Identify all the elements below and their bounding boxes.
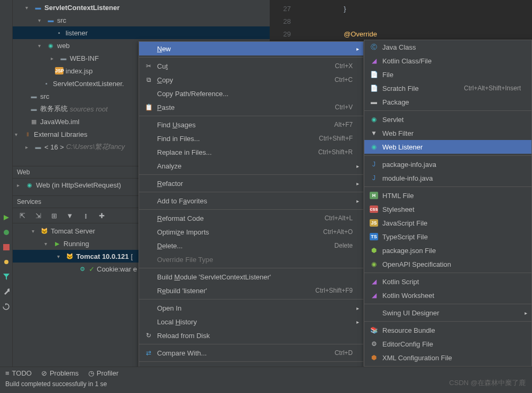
add-icon[interactable]: ✚: [96, 210, 107, 221]
new-kscript[interactable]: ◢Kotlin Script: [364, 275, 531, 288]
npm-icon: ⬢: [369, 247, 379, 254]
line-number: 28: [270, 17, 301, 25]
menu-copy[interactable]: ⧉CopyCtrl+C: [139, 73, 363, 87]
tree-folder-src[interactable]: ▾▬src: [13, 14, 270, 26]
new-servlet[interactable]: ◉Servlet: [364, 113, 531, 126]
new-java-class[interactable]: ⒸJava Class: [364, 40, 531, 54]
new-weblistener[interactable]: ◉Web Listener: [364, 140, 531, 154]
kotlin-icon: ◢: [369, 292, 379, 299]
menu-new[interactable]: New▸: [139, 42, 363, 55]
listener-icon: ◉: [369, 143, 379, 151]
problems-icon: ⊘: [41, 369, 47, 377]
new-modinfo[interactable]: Jmodule-info.java: [364, 171, 531, 185]
menu-find-files[interactable]: Find in Files...Ctrl+Shift+F: [139, 132, 363, 145]
new-kworksheet[interactable]: ◢Kotlin Worksheet: [364, 288, 531, 302]
tree-icon[interactable]: ⊞: [49, 210, 59, 221]
tab-profiler[interactable]: ◷Profiler: [88, 369, 118, 377]
menu-reload[interactable]: ↻Reload from Disk: [139, 329, 363, 342]
tab-todo[interactable]: ≡TODO: [5, 369, 32, 377]
new-js[interactable]: JSJavaScript File: [364, 216, 531, 230]
layout-icon[interactable]: ⫿: [80, 210, 91, 221]
menu-local-history[interactable]: Local History▸: [139, 315, 363, 329]
menu-open-in[interactable]: Open In▸: [139, 301, 363, 315]
menu-analyze[interactable]: Analyze▸: [139, 159, 363, 173]
menu-build-module[interactable]: Build Module 'ServletContextListener': [139, 270, 363, 284]
menu-override-ft: Override File Type: [139, 252, 363, 266]
css-icon: css: [369, 205, 379, 213]
paste-icon: 📋: [143, 104, 154, 111]
profiler-icon: ◷: [88, 369, 94, 377]
line-number: 27: [270, 5, 301, 13]
js-icon: JS: [369, 219, 379, 227]
menu-cut[interactable]: ✂CutCtrl+X: [139, 59, 363, 73]
package-icon: ▬: [369, 98, 379, 106]
collapse-icon[interactable]: ⇲: [33, 210, 43, 221]
filter-icon[interactable]: [3, 273, 10, 280]
new-package[interactable]: ▬Package: [364, 95, 531, 109]
left-gutter: [0, 0, 13, 393]
menu-delete[interactable]: Delete...Delete: [139, 239, 363, 252]
new-resbundle[interactable]: 📚Resource Bundle: [364, 323, 531, 337]
tree-module[interactable]: ▾▬ServletContextListener: [13, 1, 270, 14]
dot-icon[interactable]: [3, 258, 10, 266]
new-xmlconfig[interactable]: ⬢XML Configuration File: [364, 351, 531, 364]
new-file[interactable]: 📄File: [364, 68, 531, 81]
scratch-icon: 📄: [369, 85, 379, 92]
new-pkginfo[interactable]: Jpackage-info.java: [364, 157, 531, 171]
new-submenu: ⒸJava Class ◢Kotlin Class/File 📄File 📄Sc…: [364, 40, 532, 393]
file-icon: 📄: [369, 71, 379, 78]
new-webfilter[interactable]: ▼Web Filter: [364, 126, 531, 140]
menu-refactor[interactable]: Refactor▸: [139, 176, 363, 190]
menu-paste[interactable]: 📋PasteCtrl+V: [139, 100, 363, 114]
java-icon: J: [369, 174, 379, 182]
context-menu: New▸ ✂CutCtrl+X ⧉CopyCtrl+C Copy Path/Re…: [139, 41, 364, 393]
svg-point-0: [4, 230, 9, 235]
wrench-icon[interactable]: [3, 288, 10, 295]
stop-icon[interactable]: [3, 244, 10, 251]
menu-copy-path[interactable]: Copy Path/Reference...: [139, 87, 363, 100]
rerun-icon[interactable]: [3, 214, 10, 221]
new-kotlin-class[interactable]: ◢Kotlin Class/File: [364, 54, 531, 68]
svg-rect-1: [3, 244, 10, 250]
tab-problems[interactable]: ⊘Problems: [41, 369, 79, 377]
class-icon: Ⓒ: [369, 43, 379, 52]
kotlin-icon: ◢: [369, 278, 379, 285]
new-editorconfig[interactable]: ⚙EditorConfig File: [364, 337, 531, 351]
todo-icon: ≡: [5, 369, 10, 377]
scissors-icon: ✂: [143, 62, 154, 70]
java-icon: J: [369, 161, 379, 168]
filter-icon[interactable]: ▼: [65, 210, 75, 221]
reload-icon: ↻: [143, 332, 154, 339]
bundle-icon: 📚: [369, 326, 379, 334]
compare-icon: ⇄: [143, 349, 154, 357]
copy-icon: ⧉: [143, 76, 154, 83]
menu-replace-files[interactable]: Replace in Files...Ctrl+Shift+R: [139, 145, 363, 159]
new-pkgjson[interactable]: ⬢package.json File: [364, 244, 531, 257]
new-html[interactable]: HHTML File: [364, 189, 531, 202]
html-icon: H: [369, 192, 379, 199]
watermark: CSDN @在森林中糜了鹿: [449, 378, 526, 388]
menu-rebuild[interactable]: Rebuild 'listener'Ctrl+Shift+F9: [139, 284, 363, 297]
new-openapi[interactable]: ◉OpenAPI Specification: [364, 257, 531, 271]
gear-icon: ⚙: [369, 340, 379, 348]
kotlin-icon: ◢: [369, 57, 379, 64]
code-text: }: [301, 5, 346, 13]
svg-point-2: [4, 260, 8, 264]
menu-compare[interactable]: ⇄Compare With...Ctrl+D: [139, 346, 363, 360]
menu-favorites[interactable]: Add to Favorites▸: [139, 194, 363, 208]
new-scratch[interactable]: 📄Scratch FileCtrl+Alt+Shift+Insert: [364, 81, 531, 95]
expand-icon[interactable]: ⇱: [17, 210, 27, 221]
new-swing[interactable]: Swing UI Designer▸: [364, 306, 531, 320]
new-stylesheet[interactable]: cssStylesheet: [364, 202, 531, 216]
debug-icon[interactable]: [3, 229, 10, 236]
filter-icon: ▼: [369, 129, 379, 137]
menu-optimize[interactable]: Optimize ImportsCtrl+Alt+O: [139, 225, 363, 239]
line-number: 29: [270, 30, 301, 38]
tree-folder-listener[interactable]: ▪listener: [13, 26, 270, 39]
xml-icon: ⬢: [369, 354, 379, 361]
ts-icon: TS: [369, 233, 379, 240]
new-ts[interactable]: TSTypeScript File: [364, 230, 531, 244]
refresh-icon[interactable]: [3, 303, 10, 310]
menu-reformat[interactable]: Reformat CodeCtrl+Alt+L: [139, 211, 363, 225]
menu-find-usages[interactable]: Find UsagesAlt+F7: [139, 118, 363, 132]
